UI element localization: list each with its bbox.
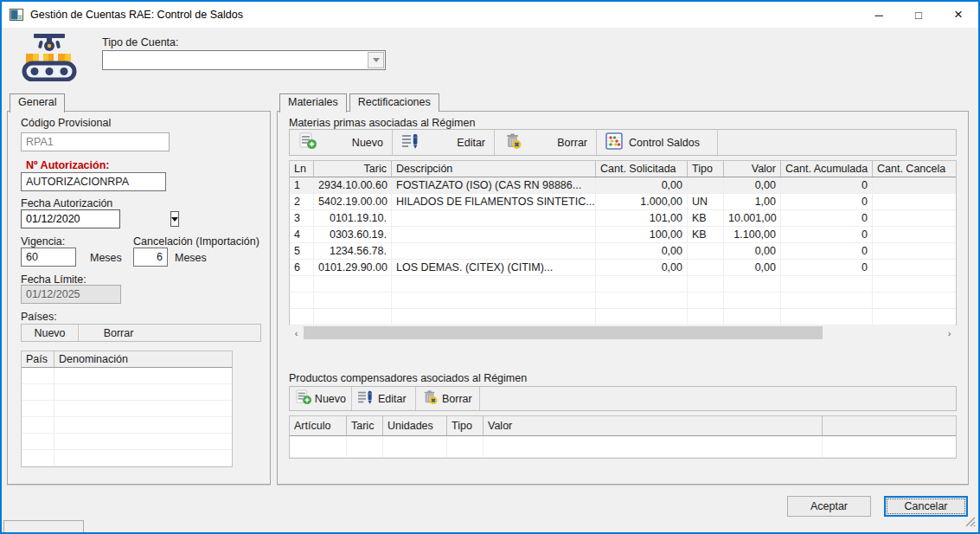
table-row-empty[interactable] [290, 436, 956, 458]
column-header-denominaci-n[interactable]: Denominación [54, 351, 233, 367]
table-row[interactable]: 12934.10.00.60FOSTIAZATO (ISO) (CAS RN 9… [290, 177, 956, 194]
cancelar-button[interactable]: Cancelar [884, 496, 968, 517]
table-row-empty[interactable] [22, 384, 232, 401]
table-header-row: PaísDenominación [22, 351, 232, 368]
column-header-art-culo[interactable]: Artículo [290, 416, 347, 435]
cell-cant-acumulada [781, 309, 873, 325]
table-row[interactable]: 60101.29.90.00LOS DEMAS. (CITEX) (CITIM)… [290, 260, 956, 276]
maximize-button[interactable]: □ [899, 2, 938, 28]
cell-taric: 0101.29.90.00 [314, 260, 392, 275]
productos-editar-button[interactable]: Editar [352, 387, 416, 410]
codigo-provisional-field[interactable] [21, 132, 170, 151]
trash-delete-icon [503, 132, 522, 152]
column-header-valor[interactable]: Valor [484, 416, 823, 435]
cell-denominaci-n [54, 417, 233, 433]
table-row-empty[interactable] [290, 293, 956, 309]
column-header-pa-s[interactable]: País [22, 351, 54, 367]
tab-general[interactable]: General [10, 93, 65, 113]
tipo-de-cuenta-combobox[interactable] [102, 50, 386, 70]
column-header-cant-cancela[interactable]: Cant. Cancela [873, 161, 957, 177]
cell-descripci-n [392, 276, 596, 292]
cell-cant-solicitada [596, 276, 688, 292]
table-row[interactable]: 51234.56.78.0,000,000 [290, 243, 956, 260]
cell-tipo: KB [688, 227, 724, 242]
autorizacion-label: Nº Autorización: [26, 159, 109, 171]
column-header-taric[interactable]: Taric [314, 161, 392, 177]
cell-denominaci-n [54, 434, 233, 449]
cell-tipo [447, 436, 484, 457]
fecha-autorizacion-input[interactable] [22, 210, 170, 228]
productos-title: Productos compensadores asociados al Rég… [289, 372, 527, 384]
cell-cant-cancela [873, 210, 957, 226]
cell-taric: 0303.60.19. [314, 227, 392, 242]
minimize-button[interactable]: ─ [859, 2, 899, 28]
productos-nuevo-button[interactable]: Nuevo [290, 387, 352, 410]
tab-materiales[interactable]: Materiales [279, 93, 347, 113]
scroll-left-icon[interactable]: ‹ [289, 325, 304, 340]
materias-nuevo-button[interactable]: Nuevo [290, 130, 393, 155]
cell-valor [484, 436, 823, 457]
cell-ln: 5 [290, 243, 314, 259]
materias-editar-button[interactable]: Editar [393, 130, 495, 155]
column-header-descripci-n[interactable]: Descripción [392, 161, 596, 177]
vigencia-unit-label: Meses [90, 252, 122, 264]
column-header-tipo[interactable]: Tipo [447, 416, 484, 435]
cell-ln: 4 [290, 227, 314, 242]
table-row-empty[interactable] [290, 309, 956, 325]
materias-borrar-button[interactable]: Borrar [495, 130, 597, 155]
cell-taric: 1234.56.78. [314, 243, 392, 259]
fecha-autorizacion-picker[interactable] [21, 209, 120, 228]
table-row-empty[interactable] [22, 368, 232, 384]
table-row[interactable]: 30101.19.10.101,00KB10.001,000 [290, 210, 956, 227]
materias-hscrollbar[interactable]: ‹ › [289, 325, 957, 340]
table-header-row: LnTaricDescripciónCant. SolicitadaTipoVa… [290, 161, 956, 177]
table-row[interactable]: 40303.60.19.100,00KB1.100,000 [290, 227, 956, 243]
column-header-ln[interactable]: Ln [290, 161, 314, 177]
productos-borrar-button[interactable]: Borrar [416, 387, 480, 410]
cell-pa-s [22, 417, 54, 433]
column-header-unidades[interactable]: Unidades [383, 416, 447, 435]
scrollbar-thumb[interactable] [304, 326, 823, 339]
cancelacion-field[interactable] [133, 248, 168, 267]
cell-descripci-n: FOSTIAZATO (ISO) (CAS RN 98886... [392, 177, 596, 193]
cell-ln: 2 [290, 194, 314, 209]
cell-cant-solicitada: 0,00 [596, 243, 688, 259]
status-bar-fragment [3, 520, 84, 532]
table-row-empty[interactable] [22, 417, 232, 434]
chevron-down-icon[interactable] [170, 211, 179, 227]
table-row-empty[interactable] [22, 401, 232, 417]
cell-cant-cancela [873, 243, 957, 259]
materials-tab-control: Materiales Rectificaciones Materias prim… [277, 93, 969, 485]
table-row-empty[interactable] [22, 434, 232, 450]
cell-cant-acumulada: 0 [781, 243, 873, 259]
table-row-empty[interactable] [290, 276, 956, 293]
table-row-empty[interactable] [22, 450, 232, 466]
table-row[interactable]: 25402.19.00.00HILADOS DE FILAMENTOS SINT… [290, 194, 956, 210]
paises-nuevo-button[interactable]: Nuevo [22, 325, 79, 341]
cell-cant-acumulada: 0 [781, 194, 873, 209]
close-button[interactable]: × [938, 2, 978, 28]
autorizacion-field[interactable] [21, 172, 166, 191]
chevron-down-icon[interactable] [368, 52, 384, 68]
column-header-tipo[interactable]: Tipo [688, 161, 724, 177]
column-header-blank[interactable] [823, 416, 957, 435]
tab-rectificaciones[interactable]: Rectificaciones [349, 93, 439, 112]
vigencia-label: Vigencia: [21, 235, 65, 248]
cell-cant-cancela [873, 194, 957, 209]
fecha-autorizacion-label: Fecha Autorización [21, 197, 112, 209]
aceptar-button[interactable]: Aceptar [787, 496, 871, 517]
column-header-taric[interactable]: Taric [347, 416, 383, 435]
cell-tipo: KB [688, 210, 724, 226]
cell-descripci-n [392, 309, 596, 325]
scroll-right-icon[interactable]: › [942, 325, 957, 340]
vigencia-field[interactable] [21, 248, 76, 267]
materias-title: Materias primas asociadas al Régimen [289, 117, 475, 129]
paises-borrar-button[interactable]: Borrar [79, 325, 158, 341]
control-saldos-button[interactable]: Control Saldos [597, 130, 718, 155]
column-header-cant-solicitada[interactable]: Cant. Solicitada [596, 161, 688, 177]
column-header-valor[interactable]: Valor [724, 161, 781, 177]
resize-grip[interactable] [964, 516, 976, 530]
column-header-cant-acumulada[interactable]: Cant. Acumulada [781, 161, 873, 177]
conveyor-machine-icon [21, 31, 78, 84]
tipo-de-cuenta-input[interactable] [103, 51, 367, 69]
